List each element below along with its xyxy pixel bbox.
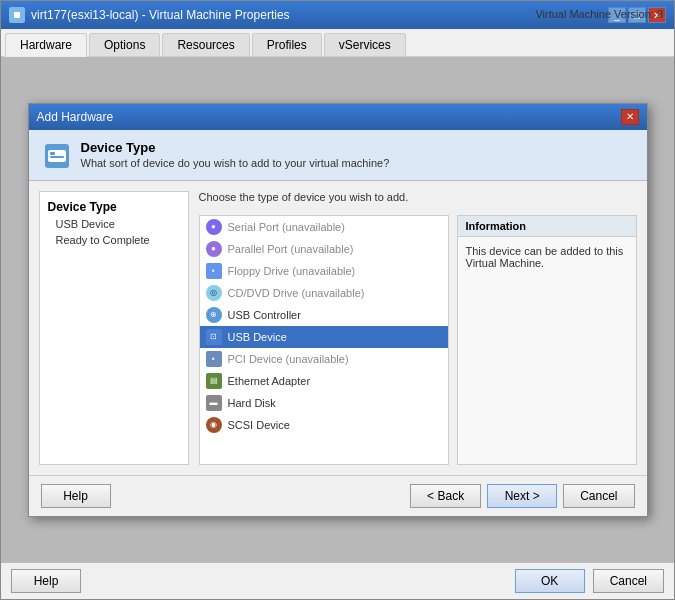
- modal-cancel-button[interactable]: Cancel: [563, 484, 634, 508]
- device-item-ethernet[interactable]: ▤ Ethernet Adapter: [200, 370, 448, 392]
- device-label-hdd: Hard Disk: [228, 397, 276, 409]
- pci-device-icon: ▪: [206, 351, 222, 367]
- tab-profiles[interactable]: Profiles: [252, 33, 322, 56]
- outer-content: Add Hardware ✕: [1, 57, 674, 562]
- device-item-usb-dev[interactable]: ⊡ USB Device: [200, 326, 448, 348]
- outer-footer-right: OK Cancel: [515, 569, 664, 593]
- outer-help-button[interactable]: Help: [11, 569, 81, 593]
- modal-header-text: Device Type What sort of device do you w…: [81, 140, 390, 169]
- device-item-pci[interactable]: ▪ PCI Device (unavailable): [200, 348, 448, 370]
- device-item-hdd[interactable]: ▬ Hard Disk: [200, 392, 448, 414]
- modal-titlebar: Add Hardware ✕: [29, 104, 647, 130]
- device-item-scsi[interactable]: ◉ SCSI Device: [200, 414, 448, 436]
- ethernet-adapter-icon: ▤: [206, 373, 222, 389]
- tab-vservices[interactable]: vServices: [324, 33, 406, 56]
- device-label-cdrom: CD/DVD Drive (unavailable): [228, 287, 365, 299]
- modal-footer-left: Help: [41, 484, 405, 508]
- device-label-scsi: SCSI Device: [228, 419, 290, 431]
- modal-footer: Help < Back Next > Cancel: [29, 475, 647, 516]
- device-label-floppy: Floppy Drive (unavailable): [228, 265, 356, 277]
- outer-window-title: virt177(esxi13-local) - Virtual Machine …: [31, 8, 290, 22]
- device-label-pci: PCI Device (unavailable): [228, 353, 349, 365]
- modal-overlay: Add Hardware ✕: [1, 57, 674, 562]
- content-prompt: Choose the type of device you wish to ad…: [199, 191, 637, 203]
- version-label: Virtual Machine Version: 8: [535, 8, 663, 20]
- outer-footer: Help OK Cancel: [1, 562, 674, 599]
- cdrom-drive-icon: ◎: [206, 285, 222, 301]
- app-icon: [9, 7, 25, 23]
- outer-window: virt177(esxi13-local) - Virtual Machine …: [0, 0, 675, 600]
- device-list-and-info: ● Serial Port (unavailable) ● Parallel P…: [199, 215, 637, 465]
- hard-disk-icon: ▬: [206, 395, 222, 411]
- info-panel-content: This device can be added to this Virtual…: [458, 237, 636, 277]
- device-list: ● Serial Port (unavailable) ● Parallel P…: [199, 215, 449, 465]
- device-label-serial: Serial Port (unavailable): [228, 221, 345, 233]
- modal-help-button[interactable]: Help: [41, 484, 111, 508]
- floppy-drive-icon: ▪: [206, 263, 222, 279]
- parallel-port-icon: ●: [206, 241, 222, 257]
- outer-titlebar-left: virt177(esxi13-local) - Virtual Machine …: [9, 7, 290, 23]
- tab-resources[interactable]: Resources: [162, 33, 249, 56]
- usb-controller-icon: ⊕: [206, 307, 222, 323]
- add-hardware-modal: Add Hardware ✕: [28, 103, 648, 517]
- back-button[interactable]: < Back: [410, 484, 481, 508]
- modal-body: Device Type What sort of device do you w…: [29, 130, 647, 516]
- tab-hardware[interactable]: Hardware: [5, 33, 87, 57]
- modal-header-title: Device Type: [81, 140, 390, 155]
- device-type-icon: [43, 142, 71, 170]
- device-item-floppy[interactable]: ▪ Floppy Drive (unavailable): [200, 260, 448, 282]
- device-label-usb-dev: USB Device: [228, 331, 287, 343]
- svg-rect-5: [50, 156, 64, 158]
- device-item-serial[interactable]: ● Serial Port (unavailable): [200, 216, 448, 238]
- modal-main: Device Type USB Device Ready to Complete…: [29, 181, 647, 475]
- device-label-ethernet: Ethernet Adapter: [228, 375, 311, 387]
- content-panel: Choose the type of device you wish to ad…: [199, 191, 637, 465]
- device-item-cdrom[interactable]: ◎ CD/DVD Drive (unavailable): [200, 282, 448, 304]
- svg-rect-1: [14, 12, 20, 18]
- usb-device-icon: ⊡: [206, 329, 222, 345]
- device-item-parallel[interactable]: ● Parallel Port (unavailable): [200, 238, 448, 260]
- device-item-usb-ctrl[interactable]: ⊕ USB Controller: [200, 304, 448, 326]
- next-button[interactable]: Next >: [487, 484, 557, 508]
- modal-title: Add Hardware: [37, 110, 114, 124]
- cancel-button[interactable]: Cancel: [593, 569, 664, 593]
- nav-panel: Device Type USB Device Ready to Complete: [39, 191, 189, 465]
- ok-button[interactable]: OK: [515, 569, 585, 593]
- modal-header-section: Device Type What sort of device do you w…: [29, 130, 647, 181]
- info-panel-header: Information: [458, 216, 636, 237]
- nav-panel-title: Device Type: [44, 198, 184, 216]
- serial-port-icon: ●: [206, 219, 222, 235]
- nav-item-usb-device[interactable]: USB Device: [44, 216, 184, 232]
- modal-header-subtitle: What sort of device do you wish to add t…: [81, 157, 390, 169]
- tab-options[interactable]: Options: [89, 33, 160, 56]
- device-label-usb-ctrl: USB Controller: [228, 309, 301, 321]
- device-label-parallel: Parallel Port (unavailable): [228, 243, 354, 255]
- tabs-row: Hardware Options Resources Profiles vSer…: [1, 29, 674, 57]
- scsi-device-icon: ◉: [206, 417, 222, 433]
- modal-close-button[interactable]: ✕: [621, 109, 639, 125]
- svg-rect-4: [50, 152, 55, 155]
- info-panel: Information This device can be added to …: [457, 215, 637, 465]
- nav-item-ready-to-complete[interactable]: Ready to Complete: [44, 232, 184, 248]
